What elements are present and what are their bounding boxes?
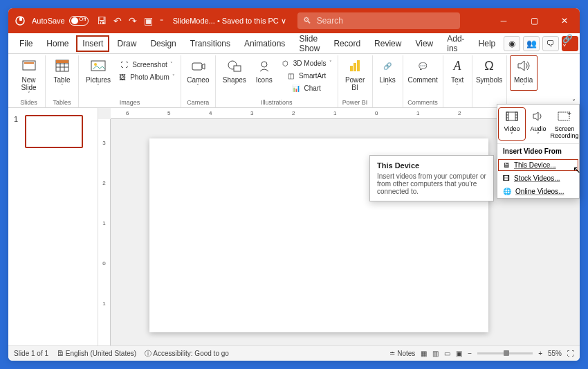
group-media: Media˅ bbox=[507, 55, 540, 107]
language-status[interactable]: 🖺 English (United States) bbox=[57, 350, 136, 357]
this-device-item[interactable]: 🖥 This Device... bbox=[497, 159, 579, 172]
powerbi-button[interactable]: Power BI bbox=[341, 55, 369, 93]
pictures-button[interactable]: Pictures˅ bbox=[82, 55, 115, 91]
audio-menu-button[interactable]: Audio˅ bbox=[526, 109, 551, 139]
svg-rect-3 bbox=[24, 62, 34, 64]
new-slide-button[interactable]: New Slide˅ bbox=[15, 55, 43, 98]
text-button[interactable]: AText˅ bbox=[443, 55, 471, 91]
photo-album-button[interactable]: 🖼Photo Album˅ bbox=[115, 71, 178, 83]
vertical-ruler: 32101 bbox=[98, 119, 111, 345]
minimize-button[interactable]: ─ bbox=[488, 8, 519, 33]
svg-rect-17 bbox=[353, 63, 356, 71]
teams-button[interactable]: 👥 bbox=[523, 36, 540, 51]
close-button[interactable]: ✕ bbox=[549, 8, 580, 33]
comment-button[interactable]: 💬Comment bbox=[403, 55, 441, 85]
smartart-button[interactable]: ◫SmartArt bbox=[278, 69, 335, 82]
search-box[interactable]: 🔍︎ Search bbox=[297, 12, 460, 29]
zoom-out-icon[interactable]: − bbox=[468, 350, 472, 357]
cameo-button[interactable]: Cameo˅ bbox=[183, 55, 213, 91]
search-placeholder: Search bbox=[317, 16, 343, 26]
tab-record[interactable]: Record bbox=[328, 36, 366, 51]
symbols-button[interactable]: ΩSymbols˅ bbox=[472, 55, 506, 91]
svg-rect-12 bbox=[192, 63, 202, 70]
tooltip: This Device Insert videos from your comp… bbox=[369, 155, 494, 201]
tab-slideshow[interactable]: Slide Show bbox=[293, 31, 325, 56]
svg-rect-2 bbox=[23, 61, 35, 70]
tab-design[interactable]: Design bbox=[145, 36, 181, 51]
document-title[interactable]: SlideMode... • Saved to this PC ∨ bbox=[173, 17, 286, 26]
svg-rect-19 bbox=[506, 112, 517, 120]
group-comments: 💬Comment Comments bbox=[403, 55, 443, 107]
fit-icon[interactable]: ⛶ bbox=[567, 350, 574, 357]
icons-icon bbox=[255, 57, 273, 75]
device-icon: 🖥 bbox=[503, 161, 510, 169]
speaker-icon bbox=[515, 57, 533, 75]
undo-icon[interactable]: ↶ bbox=[113, 15, 122, 26]
tab-help[interactable]: Help bbox=[473, 36, 502, 51]
tab-draw[interactable]: Draw bbox=[111, 36, 142, 51]
tab-insert[interactable]: Insert bbox=[77, 36, 109, 51]
media-button[interactable]: Media˅ bbox=[510, 55, 538, 91]
group-slides: New Slide˅ Slides bbox=[12, 55, 46, 107]
slide-thumbnail[interactable]: 1 bbox=[14, 115, 92, 148]
mouse-cursor-icon: ↖ bbox=[573, 164, 581, 175]
screen-recording-button[interactable]: + Screen Recording bbox=[552, 109, 577, 139]
zoom-level[interactable]: 55% bbox=[548, 350, 562, 357]
present-icon[interactable]: ▣ bbox=[144, 15, 153, 26]
tab-transitions[interactable]: Transitions bbox=[185, 36, 236, 51]
view-slideshow-icon[interactable]: ▣ bbox=[456, 350, 462, 357]
share-button[interactable]: 🔗 ˅ bbox=[562, 36, 578, 51]
zoom-slider[interactable] bbox=[477, 352, 533, 354]
tab-animations[interactable]: Animations bbox=[239, 36, 291, 51]
svg-point-11 bbox=[94, 63, 97, 66]
autosave-toggle[interactable]: AutoSave bbox=[32, 16, 89, 26]
tab-file[interactable]: File bbox=[14, 36, 38, 51]
online-videos-item[interactable]: 🌐 Online Videos... bbox=[497, 185, 579, 198]
video-menu-button[interactable]: Video˅ bbox=[499, 109, 524, 139]
tab-addins[interactable]: Add-ins bbox=[441, 31, 470, 56]
video-icon bbox=[504, 109, 520, 124]
maximize-button[interactable]: ▢ bbox=[519, 8, 549, 33]
screenshot-button[interactable]: ⛶Screenshot˅ bbox=[115, 58, 178, 71]
table-button[interactable]: Table˅ bbox=[48, 55, 76, 91]
autosave-label: AutoSave bbox=[32, 17, 65, 25]
camera-record-button[interactable]: ◉ bbox=[504, 36, 520, 51]
online-icon: 🌐 bbox=[503, 188, 511, 195]
3d-models-button[interactable]: ⬡3D Models˅ bbox=[278, 57, 335, 69]
stock-videos-item[interactable]: 🎞 Stock Videos... bbox=[497, 172, 579, 185]
title-bar: AutoSave 🖫 ↶ ↷ ▣ ⁼ SlideMode... • Saved … bbox=[8, 8, 580, 33]
save-icon[interactable]: 🖫 bbox=[97, 15, 107, 26]
photo-album-icon: 🖼 bbox=[118, 72, 127, 82]
qat-more-icon[interactable]: ⁼ bbox=[160, 17, 163, 25]
notes-button[interactable]: ≐ Notes bbox=[389, 350, 415, 357]
links-button[interactable]: 🔗Links˅ bbox=[374, 55, 401, 91]
chart-button[interactable]: 📊Chart bbox=[278, 82, 335, 94]
zoom-in-icon[interactable]: + bbox=[538, 350, 542, 357]
accessibility-status[interactable]: ⓘ Accessibility: Good to go bbox=[145, 349, 229, 359]
tab-home[interactable]: Home bbox=[41, 36, 74, 51]
tab-review[interactable]: Review bbox=[369, 36, 407, 51]
omega-icon: Ω bbox=[480, 57, 498, 75]
svg-rect-10 bbox=[91, 61, 105, 71]
toggle-off-icon bbox=[69, 16, 89, 26]
svg-text:+: + bbox=[567, 110, 571, 117]
group-links: 🔗Links˅ bbox=[373, 55, 403, 107]
slide-counter[interactable]: Slide 1 of 1 bbox=[14, 350, 48, 357]
svg-rect-1 bbox=[19, 17, 22, 21]
svg-rect-18 bbox=[357, 60, 360, 71]
view-normal-icon[interactable]: ▦ bbox=[421, 350, 427, 357]
icons-button[interactable]: Icons bbox=[250, 55, 278, 85]
view-reading-icon[interactable]: ▭ bbox=[444, 350, 450, 357]
media-dropdown: Video˅ Audio˅ + Screen Recording Insert … bbox=[497, 104, 580, 199]
tab-view[interactable]: View bbox=[410, 36, 439, 51]
view-sorter-icon[interactable]: ▥ bbox=[432, 350, 439, 357]
svg-rect-16 bbox=[350, 66, 353, 71]
comments-tab-button[interactable]: 🗨 bbox=[542, 36, 559, 51]
redo-icon[interactable]: ↷ bbox=[129, 15, 137, 26]
tooltip-title: This Device bbox=[377, 161, 486, 170]
group-symbols: ΩSymbols˅ bbox=[472, 55, 507, 107]
app-icon bbox=[14, 15, 26, 27]
shapes-icon bbox=[226, 57, 244, 75]
screenshot-icon: ⛶ bbox=[120, 60, 129, 69]
shapes-button[interactable]: Shapes˅ bbox=[219, 55, 250, 91]
